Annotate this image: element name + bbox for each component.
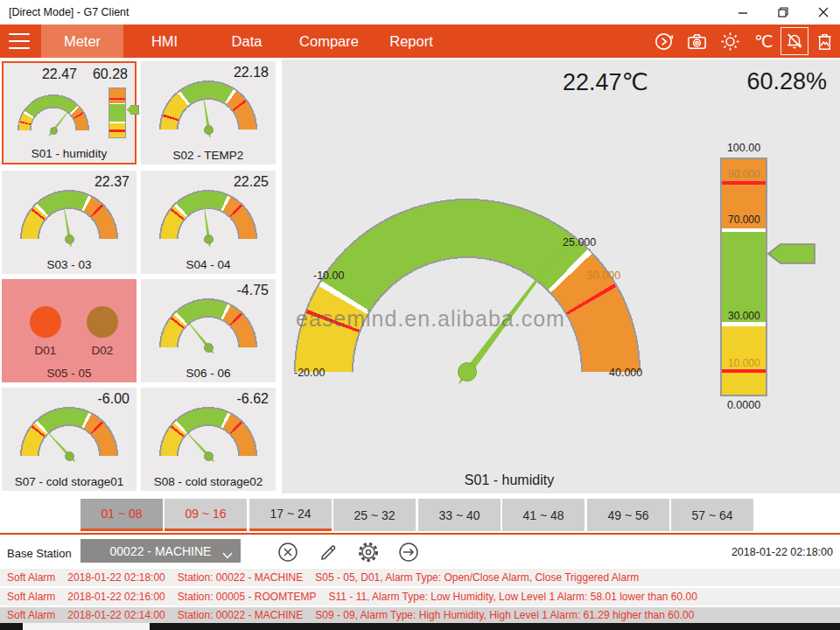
- range-tab-label: 09 ~ 16: [185, 507, 226, 521]
- tile-label: S03 - 03: [2, 258, 136, 271]
- range-tab-label: 33 ~ 40: [438, 508, 480, 522]
- gauge-hub: [50, 127, 58, 135]
- gauge-ring: [294, 199, 640, 372]
- tab-data-label: Data: [232, 33, 262, 50]
- range-tab-25-32[interactable]: 25 ~ 32: [333, 499, 416, 531]
- tile-value: -4.75: [237, 283, 269, 298]
- gauge-label-high: 25.000: [563, 236, 596, 248]
- digital-indicator-d01: [30, 306, 61, 338]
- tab-hmi[interactable]: HMI: [123, 24, 206, 58]
- gauge-label-low: -10.00: [313, 270, 344, 282]
- mini-gauge: [18, 94, 89, 130]
- mini-gauge: [159, 190, 257, 239]
- tile-label: S07 - cold storage01: [2, 475, 136, 488]
- edit-icon[interactable]: [317, 541, 340, 564]
- range-tab-49-56[interactable]: 49 ~ 56: [587, 499, 669, 531]
- mini-bar-pointer: [127, 105, 139, 115]
- tab-report-label: Report: [389, 33, 433, 50]
- alarm-row-2[interactable]: Soft Alarm2018-01-22 02:16:00Station: 00…: [0, 588, 840, 606]
- minimize-button[interactable]: [733, 5, 752, 19]
- mini-gauge: [159, 298, 257, 347]
- tile-value: -6.00: [98, 391, 130, 407]
- alarm-type: Soft Alarm: [7, 571, 55, 584]
- tile-label: S02 - TEMP2: [141, 149, 276, 162]
- tile-label: S06 - 06: [141, 367, 276, 380]
- range-tab-01-08[interactable]: 01 ~ 08: [80, 499, 163, 531]
- app-window: [Direct Mode] - G7 Client Meter HMI Data…: [0, 0, 840, 630]
- alarm-row-1[interactable]: Soft Alarm2018-01-22 02:18:00Station: 00…: [0, 569, 840, 586]
- section-divider: [0, 533, 840, 535]
- alarm-row-3[interactable]: Soft Alarm2018-01-22 02:14:00Station: 00…: [0, 607, 840, 623]
- bar-pointer: [767, 243, 816, 268]
- range-tab-label: 49 ~ 56: [607, 508, 648, 522]
- station-select[interactable]: 00022 - MACHINE: [80, 539, 241, 563]
- range-tab-09-16[interactable]: 09 ~ 16: [164, 499, 247, 531]
- bar-label-top: 100.00: [720, 142, 767, 154]
- meter-tile-s06[interactable]: -4.75 S06 - 06: [141, 279, 276, 382]
- range-tab-label: 25 ~ 32: [354, 508, 395, 522]
- tile-value: -6.62: [237, 391, 269, 407]
- tile-label: S01 - humidity: [4, 147, 135, 160]
- range-tab-57-64[interactable]: 57 ~ 64: [671, 499, 753, 531]
- bar-label-70: 70.000: [728, 214, 760, 226]
- camera-icon[interactable]: [685, 30, 708, 52]
- main-gauge: [294, 199, 640, 372]
- celsius-glyph: ℃: [754, 32, 773, 52]
- mini-gauge: [159, 80, 257, 130]
- meter-tile-s03[interactable]: 22.37 S03 - 03: [2, 171, 136, 274]
- tile-label: S05 - 05: [2, 367, 136, 380]
- bar-label-90: 90.000: [728, 168, 760, 180]
- tab-data[interactable]: Data: [206, 24, 288, 58]
- dio-label-d01: D01: [19, 344, 72, 357]
- alarm-mute-icon[interactable]: [780, 27, 808, 55]
- delete-image-icon[interactable]: [813, 30, 836, 52]
- base-station-label: Base Station: [7, 547, 72, 560]
- humidity-readout: 60.28%: [726, 68, 827, 95]
- meter-tile-s02[interactable]: 22.18 S02 - TEMP2: [141, 61, 276, 164]
- alarm-type: Soft Alarm: [7, 591, 55, 603]
- tab-report[interactable]: Report: [370, 24, 452, 58]
- range-tab-17-24[interactable]: 17 ~ 24: [249, 499, 332, 531]
- alarm-message: S11 - 11, Alarm Type: Low Humidity, Low …: [329, 591, 697, 603]
- close-button[interactable]: [814, 5, 833, 19]
- restore-button[interactable]: [774, 5, 793, 19]
- tile-value: 22.18: [234, 65, 269, 80]
- selected-sensor-title: S01 - humidity: [282, 472, 737, 488]
- temperature-readout: 22.47℃: [525, 68, 686, 96]
- cancel-icon[interactable]: [276, 541, 299, 564]
- bar-label-30: 30.000: [728, 310, 760, 322]
- window-title: [Direct Mode] - G7 Client: [9, 6, 130, 18]
- export-icon[interactable]: [397, 541, 420, 564]
- meter-tile-s04[interactable]: 22.25 S04 - 04: [141, 171, 276, 274]
- tab-hmi-label: HMI: [151, 33, 178, 50]
- meter-tile-s08[interactable]: -6.62 S08 - cold storage02: [141, 388, 276, 491]
- celsius-icon[interactable]: ℃: [749, 30, 779, 52]
- alarm-time: 2018-01-22 02:14:00: [67, 609, 164, 621]
- station-select-value: 00022 - MACHINE: [110, 544, 212, 558]
- tab-compare[interactable]: Compare: [288, 24, 370, 58]
- range-tab-33-40[interactable]: 33 ~ 40: [418, 499, 500, 531]
- gauge-hub: [65, 234, 74, 244]
- alarm-station: Station: 00005 - ROOMTEMP: [178, 591, 317, 603]
- meter-tile-s05[interactable]: D01 D02 S05 - 05: [2, 279, 136, 382]
- tile-value: 22.37: [94, 174, 130, 190]
- title-bar: [Direct Mode] - G7 Client: [0, 0, 840, 24]
- refresh-icon[interactable]: [652, 30, 675, 52]
- gauge-hub: [204, 234, 214, 244]
- meter-tile-s01[interactable]: 22.47 60.28 S01 - humidity: [2, 61, 136, 164]
- menu-icon[interactable]: [9, 33, 30, 49]
- brightness-icon[interactable]: [718, 30, 741, 52]
- tile-value: 22.25: [234, 174, 269, 190]
- meter-tile-s07[interactable]: -6.00 S07 - cold storage01: [2, 388, 136, 491]
- scrollbar-thumb[interactable]: [23, 623, 150, 630]
- horizontal-scrollbar[interactable]: [0, 623, 840, 630]
- range-tab-label: 17 ~ 24: [270, 507, 311, 521]
- settings-gear-icon[interactable]: [357, 541, 380, 564]
- tile-label: S04 - 04: [141, 258, 276, 271]
- mini-gauge: [159, 407, 257, 456]
- range-tab-41-48[interactable]: 41 ~ 48: [502, 499, 584, 531]
- main-bar-gauge: 90.000 70.000 30.000 10.000: [720, 158, 767, 396]
- tile-value-humidity: 60.28: [93, 66, 128, 82]
- tab-meter[interactable]: Meter: [41, 24, 123, 58]
- gauge-hub: [204, 452, 214, 461]
